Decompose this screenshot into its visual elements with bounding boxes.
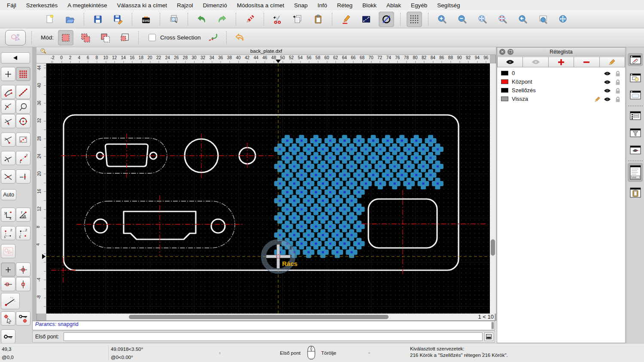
horizontal-scrollbar-thumb[interactable] (129, 315, 389, 319)
selection-tool-button[interactable] (5, 30, 26, 45)
back-button[interactable] (1, 52, 30, 63)
layer-lock-icon[interactable] (615, 97, 620, 104)
dock-library-browser-button[interactable] (628, 88, 643, 101)
svg-export-button[interactable]: SVG (138, 12, 154, 27)
layer-row-vissza[interactable]: Vissza (498, 95, 625, 103)
selection-mode-add-button[interactable] (78, 30, 93, 45)
snap-endpoint-button[interactable] (1, 85, 15, 99)
layer-visibility-icon[interactable] (604, 88, 611, 94)
cut-button[interactable] (270, 12, 286, 27)
vertical-scrollbar[interactable] (490, 63, 496, 314)
zoom-in-button[interactable] (434, 12, 450, 27)
cross-selection-checkbox[interactable] (149, 34, 156, 41)
deselect-all-button[interactable] (205, 30, 221, 45)
command-history-scrollbar[interactable] (491, 322, 494, 329)
snap-on-entity-button[interactable] (16, 85, 30, 99)
drawing-area[interactable]: Rács (46, 63, 490, 314)
layer-row-központ[interactable]: Központ (498, 78, 625, 86)
undo-action-button[interactable] (232, 30, 248, 45)
restrict-vertical-button[interactable] (16, 277, 30, 291)
menu-infó[interactable]: Infó (318, 2, 328, 9)
dock-command-line-button[interactable]: cmd (628, 163, 643, 182)
snap-free-button[interactable] (1, 67, 15, 81)
snap-nearest-button[interactable] (1, 133, 15, 147)
line-tool-button[interactable] (358, 12, 374, 27)
zoom-selection-button[interactable] (495, 12, 510, 27)
coordinate-cartesian-button[interactable]: yx (1, 208, 15, 222)
dock-layer-list-button[interactable] (628, 53, 643, 66)
hdmi-connector-cutout[interactable] (94, 211, 225, 239)
selection-mode-intersect-button[interactable] (117, 30, 133, 45)
layer-row-0[interactable]: 0 (498, 69, 625, 78)
add-layer-button[interactable] (549, 57, 574, 67)
zoom-out-button[interactable] (455, 12, 470, 27)
delete-button[interactable] (242, 12, 258, 27)
menu-dimenzió[interactable]: Dimenzió (203, 2, 227, 9)
draw-pencil-button[interactable] (338, 12, 354, 27)
selection-mode-replace-button[interactable] (58, 30, 73, 45)
close-panel-button[interactable]: ✕ (499, 49, 505, 55)
snap-perpendicular-button[interactable] (1, 100, 15, 114)
menu-rajzol[interactable]: Rajzol (177, 2, 193, 9)
paste-button[interactable] (310, 12, 326, 27)
ventilation-holes-selection[interactable] (274, 135, 444, 258)
remove-layer-button[interactable] (574, 57, 599, 67)
document-titlebar[interactable]: back_plate.dxf (36, 47, 496, 55)
layer-panel-titlebar[interactable]: ✕ ❐ Réteglista (497, 48, 625, 56)
menu-egyéb[interactable]: Egyéb (411, 2, 427, 9)
command-input[interactable] (64, 332, 483, 341)
snap-auto-button[interactable]: Auto (1, 189, 16, 200)
snap-entity-button[interactable] (16, 100, 30, 114)
lock-position-button[interactable] (1, 329, 15, 344)
zoom-previous-button[interactable] (515, 12, 531, 27)
command-history[interactable]: Parancs: snapgrid (32, 321, 495, 330)
copy-button[interactable] (290, 12, 306, 27)
selection-mode-subtract-button[interactable] (97, 30, 113, 45)
corner-point-2-button[interactable]: 12 (16, 226, 30, 240)
lock-relative-zero-button[interactable] (16, 311, 30, 326)
circle-tool-button[interactable] (379, 12, 394, 27)
redo-button[interactable] (214, 12, 230, 27)
menu-módosítsa-a-címet[interactable]: Módosítsa a címet (237, 2, 284, 9)
zoom-window-button[interactable] (535, 12, 551, 27)
layer-row-szellőzés[interactable]: Szellőzés (498, 86, 625, 95)
menu-snap[interactable]: Snap (294, 2, 308, 9)
open-file-button[interactable] (62, 12, 78, 27)
menu-ablak[interactable]: Ablak (386, 2, 401, 9)
undo-button[interactable] (194, 12, 210, 27)
show-all-layers-button[interactable] (497, 57, 523, 67)
corner-point-1-button[interactable]: 12 (1, 226, 15, 240)
menu-blokk[interactable]: Blokk (362, 2, 377, 9)
snap-distance-button[interactable]: 12 (16, 151, 30, 165)
snap-intersection-button[interactable] (1, 169, 15, 184)
restrict-nothing-button[interactable] (1, 262, 15, 277)
dock-block-list-button[interactable] (628, 71, 643, 84)
snap-grid-toggle-button[interactable] (407, 12, 422, 27)
set-relative-zero-button[interactable] (1, 311, 15, 326)
zoom-auto-button[interactable] (475, 12, 490, 27)
menu-segítség[interactable]: Segítség (437, 2, 460, 9)
save-as-button[interactable] (110, 12, 126, 27)
snap-grid-button[interactable] (16, 67, 30, 81)
snap-intersection-manual-button[interactable] (16, 169, 30, 184)
restrict-orthogonal-button[interactable] (16, 262, 30, 277)
layer-lock-icon[interactable] (615, 79, 620, 87)
coordinate-polar-button[interactable]: ra (16, 208, 30, 222)
print-preview-button[interactable] (166, 12, 182, 27)
snap-tangent-button[interactable] (1, 151, 15, 165)
menu-fájl[interactable]: Fájl (7, 2, 16, 9)
dock-selection-filter-button[interactable] (628, 126, 643, 139)
hide-all-layers-button[interactable] (523, 57, 548, 67)
keyboard-toggle-button[interactable] (484, 332, 493, 341)
menu-a-megtekintése[interactable]: A megtekintése (67, 2, 107, 9)
dock-property-editor-button[interactable] (628, 143, 643, 156)
snap-reference-button[interactable] (16, 133, 30, 147)
relative-angle-button[interactable] (1, 293, 20, 309)
edit-layer-button[interactable] (600, 57, 625, 67)
dock-clipboard-button[interactable] (628, 186, 643, 199)
selection-status-button[interactable] (1, 244, 15, 258)
layer-visibility-icon[interactable] (604, 71, 611, 77)
float-panel-button[interactable]: ❐ (507, 49, 513, 55)
layer-lock-icon[interactable] (615, 71, 620, 78)
pan-button[interactable] (556, 12, 571, 27)
